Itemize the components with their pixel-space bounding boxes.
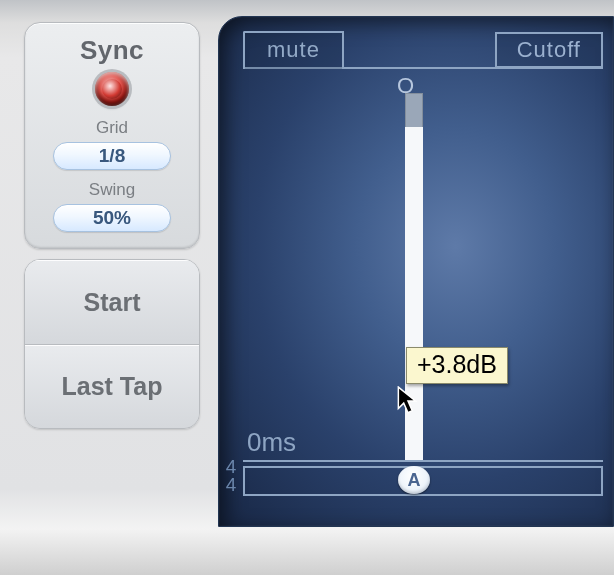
swing-value-selector[interactable]: 50% xyxy=(53,204,171,232)
tap-level-bar xyxy=(405,127,423,462)
sync-title: Sync xyxy=(39,35,185,66)
start-button[interactable]: Start xyxy=(25,260,199,344)
swing-label: Swing xyxy=(39,180,185,200)
tap-marker-a[interactable]: A xyxy=(398,466,430,494)
grid-label: Grid xyxy=(39,118,185,138)
grid-value-selector[interactable]: 1/8 xyxy=(53,142,171,170)
cutoff-button[interactable]: Cutoff xyxy=(495,32,603,68)
mute-tab[interactable]: mute xyxy=(243,31,344,69)
timeline-baseline xyxy=(243,460,603,462)
time-readout: 0ms xyxy=(247,427,296,458)
tap-level-track[interactable] xyxy=(405,93,423,462)
timesig-denominator: 4 xyxy=(221,476,241,494)
last-tap-button[interactable]: Last Tap xyxy=(25,344,199,428)
time-signature[interactable]: 4 4 xyxy=(221,458,241,494)
transport-panel: Start Last Tap xyxy=(24,259,200,429)
tap-grid[interactable]: O 0ms A 4 4 xyxy=(243,71,603,500)
tap-display: mute Cutoff O 0ms A 4 4 xyxy=(218,16,614,527)
tab-spacer xyxy=(348,31,491,69)
sync-indicator-lamp[interactable] xyxy=(95,72,129,106)
sync-panel: Sync Grid 1/8 Swing 50% xyxy=(24,22,200,249)
